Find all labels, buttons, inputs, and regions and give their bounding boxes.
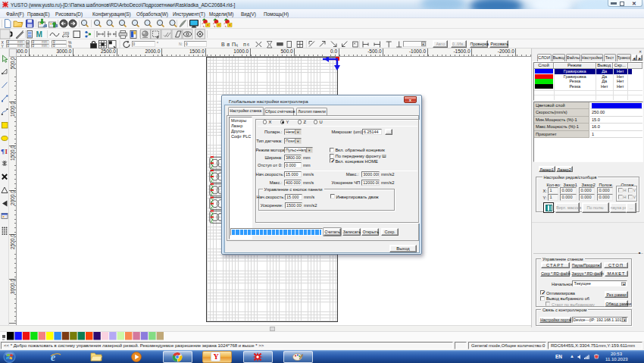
svg-text:В: В <box>221 42 225 47</box>
svg-text:¶: ¶ <box>1 148 5 155</box>
svg-text:M: M <box>36 30 42 39</box>
svg-text:169: 169 <box>63 31 70 36</box>
svg-text:I: I <box>5 148 8 155</box>
svg-text:п: п <box>243 42 246 47</box>
svg-text:ц: ц <box>236 42 238 47</box>
svg-text:e: e <box>51 352 55 363</box>
svg-text:б: б <box>247 42 249 47</box>
svg-text:в: в <box>227 42 230 47</box>
